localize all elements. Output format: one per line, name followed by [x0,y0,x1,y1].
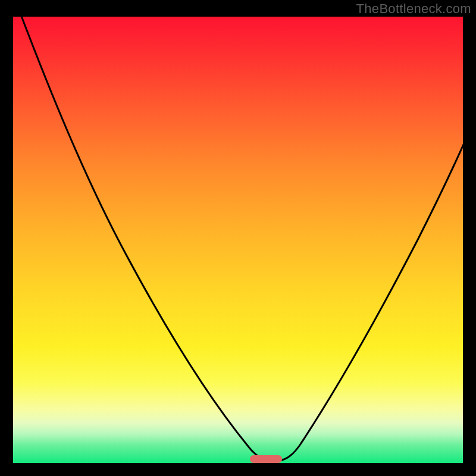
bottleneck-curve [20,13,465,461]
chart-frame: TheBottleneck.com [0,0,476,476]
plot-area [13,17,463,463]
curve-svg [13,17,463,463]
optimal-marker [250,455,282,463]
watermark-text: TheBottleneck.com [356,1,471,17]
